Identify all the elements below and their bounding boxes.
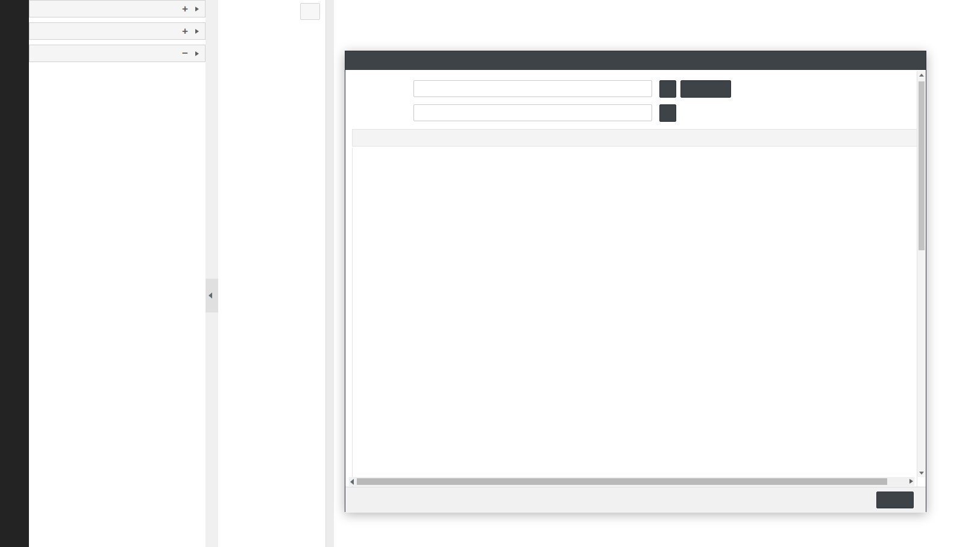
chevron-right-icon[interactable] [195,7,199,11]
elements-accordion: + + − [29,0,206,547]
close-button[interactable] [876,492,914,508]
panel-splitter[interactable] [206,0,218,547]
dialog-footer [345,487,926,513]
clear-path-button[interactable] [659,80,676,98]
collapse-panel-icon[interactable] [209,292,212,299]
accordion-objects[interactable]: − [29,45,206,62]
close-icon[interactable] [908,55,919,66]
settings-gear-icon[interactable] [8,60,21,74]
tools-wrench-icon[interactable] [8,8,21,22]
chevron-right-icon[interactable] [195,29,199,34]
reports-stats-icon[interactable] [8,35,21,48]
users-panel [218,0,326,547]
clear-user-button[interactable] [659,104,676,122]
search-button[interactable] [300,3,320,20]
permissions-grid [352,148,917,487]
error-diamond-icon[interactable] [8,493,21,507]
add-icon[interactable]: + [182,26,188,36]
vertical-scrollbar[interactable] [917,71,925,477]
scroll-right-icon[interactable] [909,479,913,484]
pimcore-admin: + + − [0,0,980,547]
hscroll-thumb[interactable] [357,478,887,485]
dialog-titlebar[interactable] [345,51,926,70]
accordion-documents[interactable]: + [29,0,206,17]
collapse-icon[interactable]: − [182,48,188,58]
scroll-down-icon[interactable] [919,472,924,475]
warning-diamond-icon[interactable] [8,511,21,525]
vscroll-thumb[interactable] [919,81,925,250]
accordion-assets[interactable]: + [29,22,206,40]
analyze-permissions-dialog [345,51,926,512]
chevron-right-icon[interactable] [195,51,199,56]
analyze-button[interactable] [680,80,731,98]
search-icon[interactable] [8,86,21,99]
main-toolbar [0,0,29,547]
add-icon[interactable]: + [182,4,188,14]
panel-gap [326,0,334,547]
permissions-fieldset-header [352,129,917,147]
scroll-up-icon[interactable] [919,74,924,77]
horizontal-scrollbar[interactable] [349,477,914,486]
scroll-left-icon[interactable] [350,479,354,485]
user-input[interactable] [413,104,652,121]
path-input[interactable] [413,80,652,97]
